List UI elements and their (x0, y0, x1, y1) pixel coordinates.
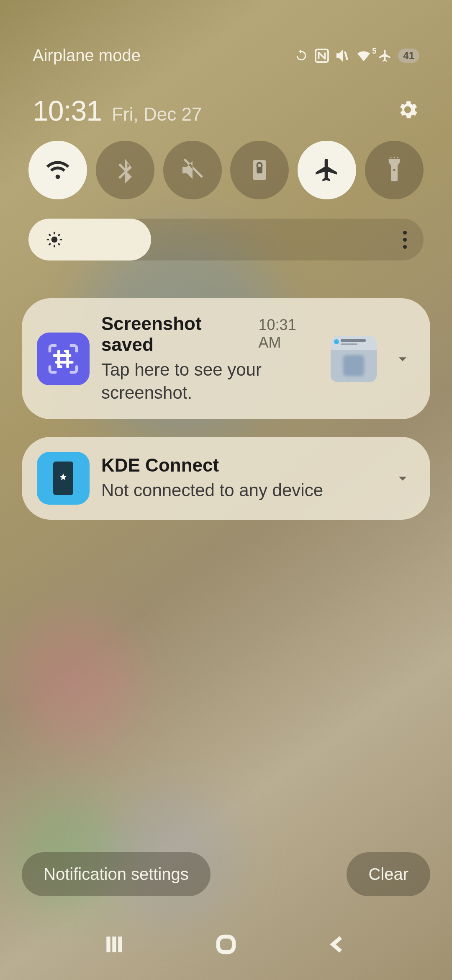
settings-button[interactable] (396, 98, 419, 123)
kdeconnect-app-icon (37, 452, 90, 505)
qs-header: 10:31 Fri, Dec 27 (33, 94, 419, 127)
notification-title: Screenshot saved (101, 313, 251, 355)
flashlight-icon (381, 157, 408, 183)
svg-line-15 (58, 234, 60, 236)
notification-thumbnail (331, 336, 377, 382)
brightness-icon (45, 230, 64, 249)
status-bar: Airplane mode 5 41 (0, 46, 452, 65)
chevron-down-icon (393, 350, 412, 368)
notification-content: KDE Connect Not connected to any device (101, 455, 377, 502)
qs-flashlight-toggle[interactable] (365, 141, 424, 199)
expand-button[interactable] (393, 469, 412, 487)
bluetooth-icon (112, 157, 139, 183)
carrier-label: Airplane mode (33, 46, 141, 65)
svg-line-14 (49, 243, 51, 245)
notification-title: KDE Connect (101, 455, 219, 476)
expand-button[interactable] (393, 350, 412, 368)
qs-wifi-toggle[interactable] (28, 141, 87, 199)
notification-list: Screenshot saved 10:31 AM Tap here to se… (22, 298, 430, 520)
qs-mute-toggle[interactable] (163, 141, 222, 199)
back-icon (326, 933, 349, 956)
nfc-icon (314, 48, 329, 63)
clear-all-button[interactable]: Clear (347, 852, 430, 896)
recents-button[interactable] (100, 930, 129, 959)
svg-point-6 (397, 157, 398, 158)
rotation-lock-icon (246, 157, 273, 183)
brightness-slider[interactable] (28, 219, 424, 260)
notification-kdeconnect[interactable]: KDE Connect Not connected to any device (22, 437, 430, 520)
brightness-more-button[interactable] (403, 231, 407, 249)
clock-time[interactable]: 10:31 (33, 94, 102, 127)
svg-point-4 (390, 157, 391, 158)
quick-settings-row (28, 141, 424, 199)
wifi-band-label: 5 (372, 47, 376, 56)
notification-body: Tap here to see your screenshot. (101, 358, 319, 404)
airplane-icon (313, 157, 340, 183)
svg-rect-3 (257, 167, 262, 173)
mute-icon (335, 49, 349, 63)
back-button[interactable] (323, 930, 352, 959)
clock-date[interactable]: Fri, Dec 27 (112, 104, 202, 125)
chevron-down-icon (393, 469, 412, 487)
status-icons: 5 41 (294, 48, 419, 63)
qs-airplane-toggle[interactable] (298, 141, 356, 199)
notification-settings-button[interactable]: Notification settings (22, 852, 211, 896)
svg-line-13 (58, 243, 60, 245)
home-button[interactable] (211, 930, 241, 959)
screenshot-app-icon (37, 333, 90, 385)
navigation-bar (0, 930, 452, 959)
svg-point-5 (393, 157, 395, 158)
notification-screenshot[interactable]: Screenshot saved 10:31 AM Tap here to se… (22, 298, 430, 419)
notification-time: 10:31 AM (259, 316, 319, 351)
gear-icon (396, 98, 419, 121)
notification-body: Not connected to any device (101, 479, 377, 502)
svg-line-12 (49, 234, 51, 236)
sync-icon (294, 49, 308, 63)
home-icon (214, 933, 238, 956)
mute-icon (179, 157, 206, 183)
qs-bluetooth-toggle[interactable] (96, 141, 154, 199)
recents-icon (103, 933, 126, 956)
bottom-actions: Notification settings Clear (22, 852, 430, 896)
svg-point-7 (51, 237, 58, 243)
brightness-fill (28, 219, 151, 260)
notification-content: Screenshot saved 10:31 AM Tap here to se… (101, 313, 319, 404)
wifi-icon: 5 (355, 49, 372, 63)
wifi-icon (44, 157, 71, 183)
qs-rotation-lock-toggle[interactable] (230, 141, 289, 199)
airplane-icon (378, 49, 392, 63)
battery-indicator: 41 (398, 49, 419, 63)
svg-rect-19 (218, 936, 234, 952)
